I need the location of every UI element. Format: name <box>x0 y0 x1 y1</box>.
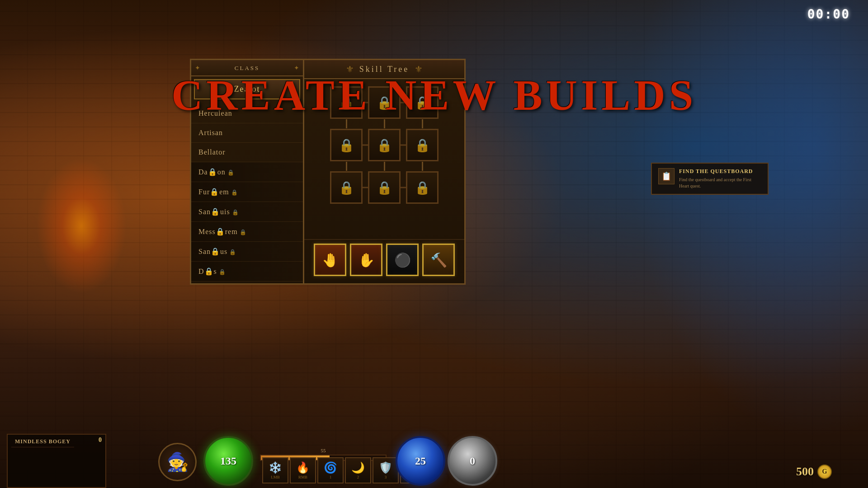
main-panels: CLASS Zealot Herculean Artisan Bellator … <box>190 59 466 285</box>
class-item-herculean[interactable]: Herculean <box>191 104 303 123</box>
lock-icon: 🔒 <box>339 180 354 195</box>
quest-tracker: MINDLESS BOGEY 0 <box>7 434 106 488</box>
class-item-messorem[interactable]: Mess🔒rem <box>191 222 303 242</box>
class-list: Herculean Artisan Bellator Da🔒on Fur🔒em … <box>191 102 303 283</box>
action-label-1: 1 <box>330 475 332 479</box>
class-item-bellator[interactable]: Bellator <box>191 143 303 162</box>
v-connectors-2 <box>311 161 457 171</box>
action-slot-2[interactable]: 🌙 2 <box>345 457 371 483</box>
skill-icon-2: ✋ <box>353 246 380 273</box>
skill-slot-r2c3[interactable]: 🔒 <box>406 129 439 161</box>
skill-slot-r3c1[interactable]: 🔒 <box>330 171 363 204</box>
health-value: 135 <box>220 455 236 467</box>
action-skill-4[interactable]: 🔨 <box>422 244 455 276</box>
action-label-3: 3 <box>385 475 387 479</box>
skill-row-2: 🔒 🔒 🔒 <box>311 129 457 161</box>
empty-orb-value: 0 <box>470 455 475 467</box>
lock-icon: 🔒 <box>415 180 430 195</box>
action-icon-3: 🛡️ <box>379 461 392 474</box>
health-orb: 135 <box>203 436 253 486</box>
lock-icon: 🔒 <box>415 95 430 110</box>
v-connectors-1 <box>311 119 457 129</box>
class-item-label: Fur🔒em <box>198 188 238 196</box>
ornament-right: ⚜ <box>415 64 423 75</box>
lock-icon: 🔒 <box>377 180 392 195</box>
action-label-rmb: RMB <box>298 475 307 479</box>
v-connector <box>330 119 363 129</box>
selected-class-button[interactable]: Zealot <box>194 79 300 99</box>
xp-label: 55 <box>260 448 387 453</box>
mana-orb: 25 <box>396 436 445 486</box>
v-connector <box>330 161 363 171</box>
action-icon-lmb: ❄️ <box>269 461 282 474</box>
gold-icon: G <box>817 465 832 479</box>
lock-icon: 🔒 <box>377 138 392 153</box>
v-connector <box>406 161 439 171</box>
action-skill-3[interactable]: ⚫ <box>386 244 419 276</box>
quest-title: Find The Questboard <box>679 168 761 175</box>
v-connector <box>406 119 439 129</box>
v-connector <box>368 161 401 171</box>
quest-icon: 📋 <box>658 168 675 184</box>
torch-glow-left <box>36 158 127 294</box>
action-skill-1[interactable]: 🤚 <box>314 244 346 276</box>
action-icon-2: 🌙 <box>351 461 365 474</box>
portrait-icon: 🧙 <box>166 451 189 473</box>
action-slot-1[interactable]: 🌀 1 <box>317 457 344 483</box>
skill-slot-r3c3[interactable]: 🔒 <box>406 171 439 204</box>
quest-description: Find the questboard and accept the First… <box>679 177 761 189</box>
quest-notification: 📋 Find The Questboard Find the questboar… <box>651 163 769 195</box>
action-slot-3[interactable]: 🛡️ 3 <box>373 457 399 483</box>
skill-slot-r1c2[interactable]: 🔒 <box>368 86 401 119</box>
action-icon-rmb: 🔥 <box>296 461 310 474</box>
gold-display: 500 G <box>796 465 832 479</box>
gold-symbol: G <box>822 468 827 475</box>
lock-icon: 🔒 <box>377 95 392 110</box>
v-connector <box>368 119 401 129</box>
action-label-2: 2 <box>357 475 359 479</box>
skill-row-3: 🔒 🔒 🔒 <box>311 171 457 204</box>
skill-icon-4: 🔨 <box>425 246 452 273</box>
skill-slot-r3c2[interactable]: 🔒 <box>368 171 401 204</box>
class-item-label: San🔒uis <box>198 208 239 216</box>
class-item-sanguis[interactable]: San🔒uis <box>191 202 303 222</box>
skill-icon-1: 🤚 <box>316 246 344 273</box>
lock-icon: 🔒 <box>339 95 354 110</box>
skill-panel-header: ⚜ Skill Tree ⚜ <box>304 60 464 79</box>
skill-icon-3: ⚫ <box>389 246 416 273</box>
action-skill-2[interactable]: ✋ <box>350 244 382 276</box>
skill-slot-r2c2[interactable]: 🔒 <box>368 129 401 161</box>
action-icon-1: 🌀 <box>324 461 337 474</box>
class-item-label: Artisan <box>198 129 223 136</box>
class-item-daemon[interactable]: Da🔒on <box>191 162 303 182</box>
class-item-label: D🔒s <box>198 267 226 275</box>
action-slot-rmb[interactable]: 🔥 RMB <box>290 457 316 483</box>
timer-display: 00:00 <box>807 7 850 22</box>
quest-tracker-row: MINDLESS BOGEY 0 <box>8 435 105 449</box>
action-label-lmb: LMB <box>271 475 280 479</box>
skill-row-1: 🔒 🔒 🔒 <box>311 86 457 119</box>
class-item-artisan[interactable]: Artisan <box>191 123 303 143</box>
empty-orb: 0 <box>448 436 497 486</box>
action-slot-lmb[interactable]: ❄️ LMB <box>262 457 288 483</box>
skill-grid: 🔒 🔒 🔒 🔒 🔒 <box>304 79 464 235</box>
skill-tree-panel: ⚜ Skill Tree ⚜ 🔒 🔒 🔒 <box>303 59 466 285</box>
background-right <box>597 0 868 488</box>
class-item-label: Bellator <box>198 148 226 156</box>
skill-slot-r1c1[interactable]: 🔒 <box>330 86 363 119</box>
class-item-sanctus[interactable]: San🔒us <box>191 242 303 262</box>
gold-amount: 500 <box>796 465 814 479</box>
quest-tracker-name: MINDLESS BOGEY <box>11 436 74 447</box>
class-item-label: Mess🔒rem <box>198 228 247 235</box>
class-item-label: Herculean <box>198 109 232 117</box>
ornament-left: ⚜ <box>346 64 354 75</box>
class-item-furgrem[interactable]: Fur🔒em <box>191 182 303 202</box>
quest-text: Find The Questboard Find the questboard … <box>679 168 761 189</box>
class-item-ds[interactable]: D🔒s <box>191 262 303 282</box>
skill-slot-r2c1[interactable]: 🔒 <box>330 129 363 161</box>
mana-value: 25 <box>415 455 426 467</box>
class-item-label: Da🔒on <box>198 168 235 176</box>
action-skills-row: 🤚 ✋ ⚫ 🔨 <box>304 239 464 283</box>
skill-slot-r1c3[interactable]: 🔒 <box>406 86 439 119</box>
selected-class-name: Zealot <box>234 84 260 94</box>
